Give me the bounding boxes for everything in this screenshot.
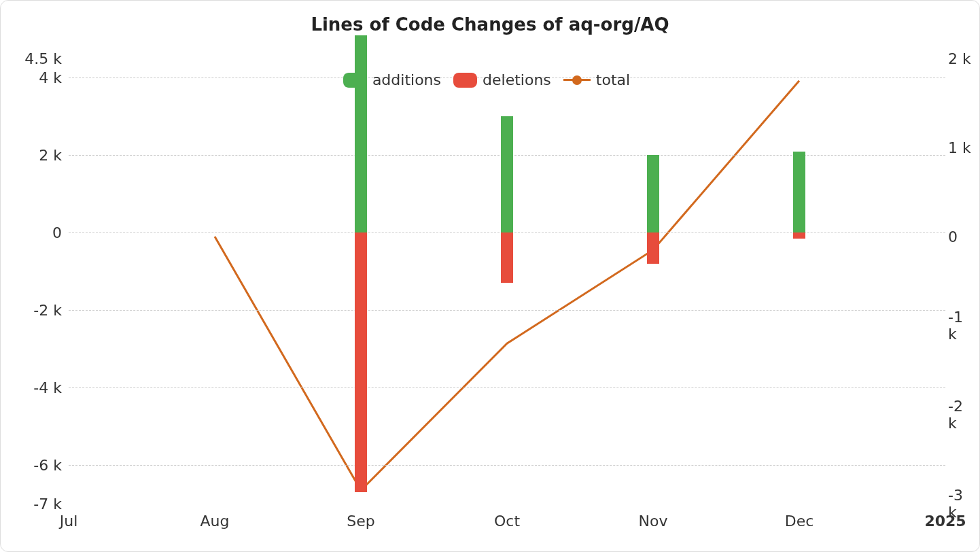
x-tick: 2025 [924,513,966,530]
legend-swatch-deletions[interactable] [453,73,477,88]
x-tick: Sep [347,513,374,530]
legend-swatch-additions[interactable] [343,73,367,88]
bar-deletions[interactable] [793,232,805,239]
bar-additions[interactable] [793,152,805,233]
plot-area: -7 k-6 k-4 k-2 k02 k4 k4.5 k-3 k-2 k-1 k… [69,58,945,504]
y-tick-right: -2 k [948,398,975,432]
x-tick: Oct [494,513,520,530]
bar-deletions[interactable] [355,232,367,492]
grid-line [69,465,945,466]
x-tick: Dec [785,513,814,530]
bar-additions[interactable] [501,116,513,232]
chart-title: Lines of Code Changes of aq-org/AQ [1,14,979,35]
bar-additions[interactable] [355,35,367,232]
y-tick-right: 1 k [948,139,975,156]
y-tick-left: 0 [21,224,62,241]
y-tick-right: 0 [948,228,975,245]
y-tick-right: -1 k [948,309,975,343]
y-tick-right: 2 k [948,50,975,67]
bar-deletions[interactable] [501,232,513,283]
legend: additions deletions total [1,71,979,88]
y-tick-left: -4 k [21,379,62,396]
bar-additions[interactable] [647,155,659,232]
grid-line [69,387,945,388]
x-tick: Jul [60,513,78,530]
x-tick: Nov [639,513,668,530]
y-tick-left: -6 k [21,457,62,474]
bar-deletions[interactable] [647,232,659,264]
legend-label-total[interactable]: total [596,71,630,88]
grid-line [69,310,945,311]
legend-label-deletions[interactable]: deletions [483,71,551,88]
legend-label-additions[interactable]: additions [372,71,441,88]
y-tick-left: -2 k [21,302,62,319]
y-tick-left: 4.5 k [21,50,62,67]
x-tick: Aug [200,513,230,530]
y-tick-left: -7 k [21,496,62,513]
legend-swatch-total[interactable] [563,79,591,81]
y-tick-left: 2 k [21,147,62,164]
chart-container: Lines of Code Changes of aq-org/AQ addit… [0,0,980,552]
